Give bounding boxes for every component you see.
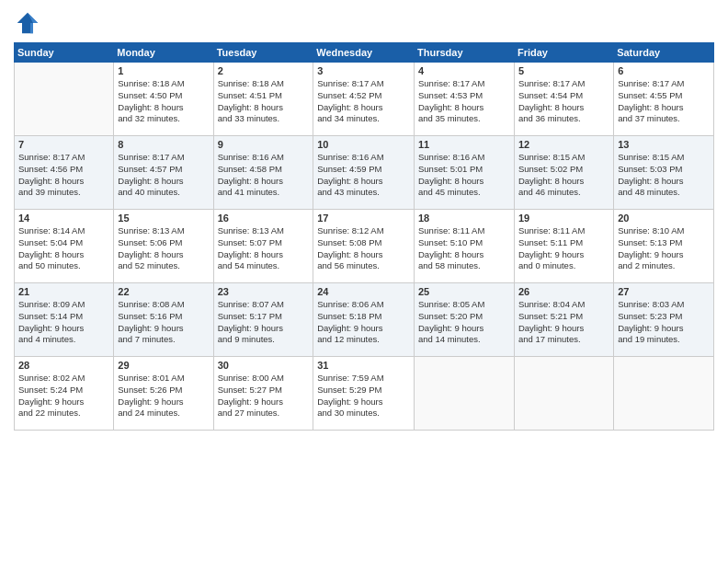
day-info: Sunrise: 7:59 AMSunset: 5:29 PMDaylight:… [317,373,410,419]
calendar-cell: 27Sunrise: 8:03 AMSunset: 5:23 PMDayligh… [614,283,714,357]
day-info: Sunrise: 8:06 AMSunset: 5:18 PMDaylight:… [317,299,410,346]
day-info: Sunrise: 8:14 AMSunset: 5:04 PMDaylight:… [18,225,109,272]
calendar-cell: 6Sunrise: 8:17 AMSunset: 4:55 PMDaylight… [614,63,714,136]
day-number: 1 [118,65,209,76]
calendar-cell: 1Sunrise: 8:18 AMSunset: 4:50 PMDaylight… [114,63,213,136]
calendar-cell: 31Sunrise: 7:59 AMSunset: 5:29 PMDayligh… [313,357,415,431]
calendar-cell: 8Sunrise: 8:17 AMSunset: 4:57 PMDaylight… [114,136,213,210]
header [14,9,714,37]
calendar-cell [614,357,714,431]
day-number: 8 [118,139,209,150]
day-info: Sunrise: 8:02 AMSunset: 5:24 PMDaylight:… [18,373,109,419]
calendar-week-row: 28Sunrise: 8:02 AMSunset: 5:24 PMDayligh… [15,357,714,431]
calendar-cell: 2Sunrise: 8:18 AMSunset: 4:51 PMDaylight… [213,63,313,136]
day-info: Sunrise: 8:11 AMSunset: 5:10 PMDaylight:… [418,225,510,272]
calendar-cell: 28Sunrise: 8:02 AMSunset: 5:24 PMDayligh… [15,357,114,431]
day-number: 23 [218,286,310,297]
day-number: 29 [118,360,209,371]
calendar-cell: 30Sunrise: 8:00 AMSunset: 5:27 PMDayligh… [213,357,313,431]
day-number: 11 [418,139,510,150]
day-number: 20 [618,213,710,224]
day-info: Sunrise: 8:17 AMSunset: 4:57 PMDaylight:… [118,152,209,199]
day-info: Sunrise: 8:08 AMSunset: 5:16 PMDaylight:… [118,299,209,346]
calendar-cell: 26Sunrise: 8:04 AMSunset: 5:21 PMDayligh… [514,283,613,357]
day-number: 9 [218,139,310,150]
calendar-table: SundayMondayTuesdayWednesdayThursdayFrid… [14,42,714,431]
day-number: 4 [418,65,510,76]
day-number: 25 [418,286,510,297]
calendar-cell: 25Sunrise: 8:05 AMSunset: 5:20 PMDayligh… [414,283,514,357]
calendar-week-row: 7Sunrise: 8:17 AMSunset: 4:56 PMDaylight… [15,136,714,210]
calendar-cell: 29Sunrise: 8:01 AMSunset: 5:26 PMDayligh… [114,357,213,431]
day-number: 18 [418,213,510,224]
weekday-header-row: SundayMondayTuesdayWednesdayThursdayFrid… [15,43,714,63]
calendar-cell: 18Sunrise: 8:11 AMSunset: 5:10 PMDayligh… [414,210,514,283]
logo-icon [14,9,41,37]
calendar-cell: 13Sunrise: 8:15 AMSunset: 5:03 PMDayligh… [614,136,714,210]
day-info: Sunrise: 8:16 AMSunset: 4:58 PMDaylight:… [218,152,310,199]
calendar-cell: 9Sunrise: 8:16 AMSunset: 4:58 PMDaylight… [213,136,313,210]
weekday-header: Wednesday [313,43,415,63]
calendar-cell: 17Sunrise: 8:12 AMSunset: 5:08 PMDayligh… [313,210,415,283]
calendar-cell: 10Sunrise: 8:16 AMSunset: 4:59 PMDayligh… [313,136,415,210]
calendar-cell: 21Sunrise: 8:09 AMSunset: 5:14 PMDayligh… [15,283,114,357]
day-number: 5 [518,65,609,76]
calendar-cell: 20Sunrise: 8:10 AMSunset: 5:13 PMDayligh… [614,210,714,283]
day-info: Sunrise: 8:18 AMSunset: 4:51 PMDaylight:… [218,78,310,125]
day-number: 15 [118,213,209,224]
calendar-cell: 14Sunrise: 8:14 AMSunset: 5:04 PMDayligh… [15,210,114,283]
calendar-week-row: 21Sunrise: 8:09 AMSunset: 5:14 PMDayligh… [15,283,714,357]
calendar-cell: 4Sunrise: 8:17 AMSunset: 4:53 PMDaylight… [414,63,514,136]
calendar-cell: 16Sunrise: 8:13 AMSunset: 5:07 PMDayligh… [213,210,313,283]
calendar-cell: 3Sunrise: 8:17 AMSunset: 4:52 PMDaylight… [313,63,415,136]
day-number: 2 [218,65,310,76]
calendar-cell [414,357,514,431]
calendar-week-row: 1Sunrise: 8:18 AMSunset: 4:50 PMDaylight… [15,63,714,136]
day-number: 30 [218,360,310,371]
day-info: Sunrise: 8:12 AMSunset: 5:08 PMDaylight:… [317,225,410,272]
calendar-cell: 23Sunrise: 8:07 AMSunset: 5:17 PMDayligh… [213,283,313,357]
day-number: 28 [18,360,109,371]
day-info: Sunrise: 8:15 AMSunset: 5:02 PMDaylight:… [518,152,609,199]
day-number: 14 [18,213,109,224]
day-number: 10 [317,139,410,150]
day-info: Sunrise: 8:04 AMSunset: 5:21 PMDaylight:… [518,299,609,346]
day-info: Sunrise: 8:17 AMSunset: 4:53 PMDaylight:… [418,78,510,125]
calendar-cell: 11Sunrise: 8:16 AMSunset: 5:01 PMDayligh… [414,136,514,210]
day-info: Sunrise: 8:10 AMSunset: 5:13 PMDaylight:… [618,225,710,272]
calendar-cell: 12Sunrise: 8:15 AMSunset: 5:02 PMDayligh… [514,136,613,210]
weekday-header: Sunday [15,43,114,63]
day-number: 24 [317,286,410,297]
weekday-header: Tuesday [213,43,313,63]
day-info: Sunrise: 8:13 AMSunset: 5:06 PMDaylight:… [118,225,209,272]
day-number: 13 [618,139,710,150]
day-number: 17 [317,213,410,224]
weekday-header: Thursday [414,43,514,63]
day-info: Sunrise: 8:07 AMSunset: 5:17 PMDaylight:… [218,299,310,346]
day-number: 19 [518,213,609,224]
day-number: 3 [317,65,410,76]
day-number: 6 [618,65,710,76]
day-number: 26 [518,286,609,297]
day-number: 16 [218,213,310,224]
day-info: Sunrise: 8:17 AMSunset: 4:54 PMDaylight:… [518,78,609,125]
calendar-cell: 19Sunrise: 8:11 AMSunset: 5:11 PMDayligh… [514,210,613,283]
calendar-cell: 15Sunrise: 8:13 AMSunset: 5:06 PMDayligh… [114,210,213,283]
calendar-cell: 24Sunrise: 8:06 AMSunset: 5:18 PMDayligh… [313,283,415,357]
day-number: 21 [18,286,109,297]
calendar-cell: 5Sunrise: 8:17 AMSunset: 4:54 PMDaylight… [514,63,613,136]
calendar-cell: 22Sunrise: 8:08 AMSunset: 5:16 PMDayligh… [114,283,213,357]
weekday-header: Saturday [614,43,714,63]
day-info: Sunrise: 8:01 AMSunset: 5:26 PMDaylight:… [118,373,209,419]
day-number: 31 [317,360,410,371]
day-info: Sunrise: 8:18 AMSunset: 4:50 PMDaylight:… [118,78,209,125]
day-info: Sunrise: 8:16 AMSunset: 4:59 PMDaylight:… [317,152,410,199]
day-info: Sunrise: 8:05 AMSunset: 5:20 PMDaylight:… [418,299,510,346]
calendar-week-row: 14Sunrise: 8:14 AMSunset: 5:04 PMDayligh… [15,210,714,283]
calendar-cell: 7Sunrise: 8:17 AMSunset: 4:56 PMDaylight… [15,136,114,210]
day-info: Sunrise: 8:17 AMSunset: 4:55 PMDaylight:… [618,78,710,125]
weekday-header: Friday [514,43,613,63]
day-info: Sunrise: 8:09 AMSunset: 5:14 PMDaylight:… [18,299,109,346]
day-info: Sunrise: 8:13 AMSunset: 5:07 PMDaylight:… [218,225,310,272]
day-info: Sunrise: 8:16 AMSunset: 5:01 PMDaylight:… [418,152,510,199]
